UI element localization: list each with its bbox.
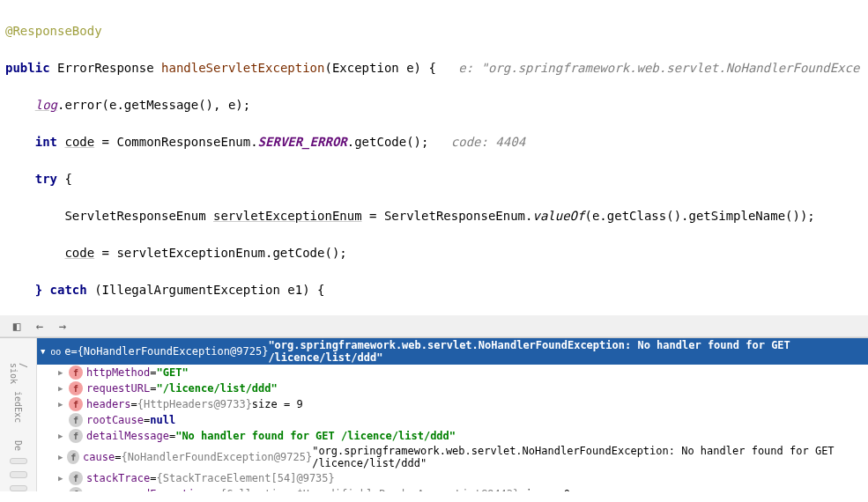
inherited-field-icon: f xyxy=(69,487,83,491)
code-line-try: try { xyxy=(5,170,863,188)
chevron-right-icon[interactable]: ▶ xyxy=(58,490,69,491)
code-line-catch: } catch (IllegalArgumentException e1) { xyxy=(5,281,863,299)
gutter-button-2[interactable] xyxy=(10,471,27,477)
chevron-right-icon[interactable]: ▶ xyxy=(58,384,69,393)
nav-back-icon[interactable]: ← xyxy=(32,318,48,334)
restore-layout-icon[interactable]: ◧ xyxy=(9,318,25,334)
variables-panel[interactable]: ▼ oo e = {NoHandlerFoundException@9725} … xyxy=(37,338,868,491)
gutter-label-3[interactable]: De xyxy=(13,440,23,451)
code-line-servlet-enum: ServletResponseEnum servletExceptionEnum… xyxy=(5,207,863,225)
chevron-down-icon[interactable]: ▼ xyxy=(41,347,50,356)
field-icon: f xyxy=(69,381,83,395)
code-line-log-error: log.error(e.getMessage(), e); xyxy=(5,96,863,114)
chevron-right-icon[interactable]: ▶ xyxy=(58,400,69,409)
field-icon: f xyxy=(69,365,83,380)
inherited-field-icon: f xyxy=(67,450,79,464)
inherited-field-icon: f xyxy=(69,429,83,443)
chevron-right-icon[interactable]: ▶ xyxy=(58,432,69,440)
var-row-requesturl[interactable]: ▶ f requestURL = "/licence/list/ddd" xyxy=(37,380,868,396)
inherited-field-icon: f xyxy=(69,471,83,485)
var-row-root[interactable]: ▼ oo e = {NoHandlerFoundException@9725} … xyxy=(37,338,868,365)
var-row-rootcause[interactable]: f rootCause = null xyxy=(37,412,868,428)
chevron-right-icon[interactable]: ▶ xyxy=(58,368,69,377)
annotation-line: @ResponseBody xyxy=(5,22,863,41)
nav-forward-icon[interactable]: → xyxy=(55,318,70,334)
var-row-detailmessage[interactable]: ▶ f detailMessage = "No handler found fo… xyxy=(37,428,868,444)
var-row-stacktrace[interactable]: ▶ f stackTrace = {StackTraceElement[54]@… xyxy=(37,470,868,486)
gutter-label-2[interactable]: iedExc xyxy=(13,391,23,423)
debugger-panel: / siok iedExc De ▼ oo e = {NoHandlerFoun… xyxy=(0,337,868,491)
chevron-right-icon[interactable]: ▶ xyxy=(58,474,69,483)
inherited-field-icon: f xyxy=(69,413,83,427)
method-signature: public ErrorResponse handleServletExcept… xyxy=(5,59,863,78)
gutter-button-3[interactable] xyxy=(10,485,27,491)
gutter-label-1[interactable]: / siok xyxy=(9,363,28,384)
var-row-suppressed[interactable]: ▶ f suppressedExceptions = {Collections$… xyxy=(37,486,868,491)
gutter-button-1[interactable] xyxy=(10,458,27,464)
chevron-right-icon[interactable]: ▶ xyxy=(58,453,67,461)
code-line-code-assign: code = servletExceptionEnum.getCode(); xyxy=(5,244,863,262)
var-row-headers[interactable]: ▶ f headers = {HttpHeaders@9733} size = … xyxy=(37,396,868,412)
code-line-int-code: int code = CommonResponseEnum.SERVER_ERR… xyxy=(5,133,863,151)
debugger-toolbar: ◧ ← → xyxy=(0,315,868,337)
code-editor[interactable]: @ResponseBody public ErrorResponse handl… xyxy=(0,0,868,315)
var-row-httpmethod[interactable]: ▶ f httpMethod = "GET" xyxy=(37,365,868,380)
field-icon: f xyxy=(69,397,83,411)
var-row-cause[interactable]: ▶ f cause = {NoHandlerFoundException@972… xyxy=(37,444,868,470)
debugger-gutter: / siok iedExc De xyxy=(0,338,37,491)
